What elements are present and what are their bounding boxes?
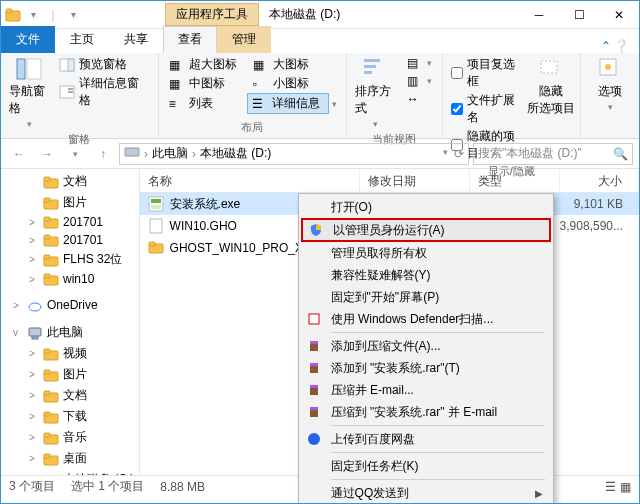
tree-item[interactable]: v此电脑 <box>1 322 139 343</box>
menu-item[interactable]: 固定到"开始"屏幕(P) <box>301 286 551 308</box>
tree-item[interactable]: >桌面 <box>1 448 139 469</box>
tree-item[interactable]: >图片 <box>1 364 139 385</box>
options-button[interactable]: 选项▾ <box>587 55 633 114</box>
tree-item[interactable]: >文档 <box>1 385 139 406</box>
tree-item[interactable]: >201701 <box>1 231 139 249</box>
tree-twisty-icon[interactable]: > <box>29 274 39 285</box>
menu-item[interactable]: 压缩并 E-mail... <box>301 379 551 401</box>
tree-twisty-icon[interactable]: > <box>29 474 39 475</box>
ribbon-group-panes: 导航窗格 ▾ 预览窗格 详细信息窗格 窗格 <box>1 53 159 138</box>
tree-twisty-icon[interactable]: > <box>29 390 39 401</box>
tree-twisty-icon[interactable]: > <box>29 369 39 380</box>
item-checkboxes-toggle[interactable]: 项目复选框 <box>449 55 524 91</box>
menu-item[interactable]: 添加到压缩文件(A)... <box>301 335 551 357</box>
lg-icons-label: 大图标 <box>273 56 309 73</box>
column-headers[interactable]: 名称 修改日期 类型 大小 <box>140 169 639 193</box>
preview-pane-button[interactable]: 预览窗格 <box>55 55 151 74</box>
view-thumbnails-icon[interactable]: ▦ <box>620 480 631 494</box>
hide-selected-button[interactable]: 隐藏 所选项目 <box>528 55 574 119</box>
tree-item[interactable]: >201701 <box>1 213 139 231</box>
tree-item[interactable]: 图片 <box>1 192 139 213</box>
menu-item[interactable]: 使用 Windows Defender扫描... <box>301 308 551 330</box>
tree-item[interactable]: >下载 <box>1 406 139 427</box>
context-tab[interactable]: 应用程序工具 <box>165 3 259 26</box>
layout-list[interactable]: ≡列表 <box>165 94 247 113</box>
menu-item[interactable]: 管理员取得所有权 <box>301 242 551 264</box>
qat-dropdown-icon[interactable]: ▾ <box>25 7 41 23</box>
tree-twisty-icon[interactable]: > <box>29 411 39 422</box>
up-button[interactable]: ↑ <box>91 142 115 166</box>
lg-icons-icon: ▦ <box>253 58 269 72</box>
tree-item[interactable]: 文档 <box>1 171 139 192</box>
forward-button[interactable]: → <box>35 142 59 166</box>
tree-item[interactable]: >本地磁盘 (C:) <box>1 469 139 475</box>
menu-item[interactable]: 打开(O) <box>301 196 551 218</box>
addr-dropdown-icon[interactable]: ▾ <box>443 147 448 161</box>
tree-twisty-icon[interactable]: > <box>29 217 39 228</box>
tree-twisty-icon[interactable]: > <box>29 254 39 265</box>
tree-twisty-icon[interactable]: v <box>13 327 23 338</box>
tab-manage[interactable]: 管理 <box>217 26 271 53</box>
tree-item[interactable]: >OneDrive <box>1 296 139 314</box>
menu-item[interactable]: 上传到百度网盘 <box>301 428 551 450</box>
svg-rect-38 <box>44 412 50 416</box>
col-size[interactable]: 大小 <box>560 169 639 192</box>
col-type[interactable]: 类型 <box>470 169 560 192</box>
file-ext-checkbox[interactable] <box>451 103 463 115</box>
tree-item[interactable]: >win10 <box>1 270 139 288</box>
view-opt-2[interactable]: ▥▾ <box>403 73 436 89</box>
breadcrumb-sep[interactable]: › <box>144 147 148 161</box>
tree-item[interactable]: >FLHS 32位 <box>1 249 139 270</box>
menu-item[interactable]: 固定到任务栏(K) <box>301 455 551 477</box>
layout-sm-icons[interactable]: ▫小图标 <box>249 74 333 93</box>
layout-details[interactable]: ☰详细信息 <box>247 93 329 114</box>
maximize-button[interactable]: ☐ <box>559 2 599 28</box>
tree-item[interactable]: >音乐 <box>1 427 139 448</box>
view-details-icon[interactable]: ☰ <box>605 480 616 494</box>
breadcrumb-sep[interactable]: › <box>192 147 196 161</box>
breadcrumb-this-pc[interactable]: 此电脑 <box>152 145 188 162</box>
menu-item[interactable]: 添加到 "安装系统.rar"(T) <box>301 357 551 379</box>
address-field[interactable]: › 此电脑 › 本地磁盘 (D:) ▾ ⟳ <box>119 143 469 165</box>
tab-file[interactable]: 文件 <box>1 26 55 53</box>
col-name[interactable]: 名称 <box>140 169 360 192</box>
view-opt-1[interactable]: ▤▾ <box>403 55 436 71</box>
breadcrumb-drive[interactable]: 本地磁盘 (D:) <box>200 145 271 162</box>
nav-tree[interactable]: 文档图片>201701>201701>FLHS 32位>win10>OneDri… <box>1 169 140 475</box>
help-button[interactable]: ⌃ ❔ <box>591 39 639 53</box>
rar-icon <box>305 360 323 376</box>
layout-md-icons[interactable]: ▦中图标 <box>165 74 249 93</box>
tree-item[interactable]: >视频 <box>1 343 139 364</box>
history-dropdown[interactable]: ▾ <box>63 142 87 166</box>
refresh-icon[interactable]: ⟳ <box>454 147 464 161</box>
qat-customize-icon[interactable]: ▾ <box>65 7 81 23</box>
tree-twisty-icon[interactable]: > <box>29 348 39 359</box>
layout-lg-icons[interactable]: ▦大图标 <box>249 55 333 74</box>
tree-twisty-icon[interactable]: > <box>29 235 39 246</box>
menu-item[interactable]: 压缩到 "安装系统.rar" 并 E-mail <box>301 401 551 423</box>
layout-xl-icons[interactable]: ▦超大图标 <box>165 55 249 74</box>
details-pane-button[interactable]: 详细信息窗格 <box>55 74 151 110</box>
back-button[interactable]: ← <box>7 142 31 166</box>
item-checkboxes-checkbox[interactable] <box>451 67 463 79</box>
tab-home[interactable]: 主页 <box>55 26 109 53</box>
menu-item[interactable]: 通过QQ发送到▶ <box>301 482 551 504</box>
view-opt-3[interactable]: ↔ <box>403 91 436 107</box>
file-ext-toggle[interactable]: 文件扩展名 <box>449 91 524 127</box>
tree-twisty-icon[interactable]: > <box>13 300 23 311</box>
menu-item[interactable]: 兼容性疑难解答(Y) <box>301 264 551 286</box>
sort-by-button[interactable]: 排序方式▾ <box>353 55 399 131</box>
minimize-button[interactable]: ─ <box>519 2 559 28</box>
close-button[interactable]: ✕ <box>599 2 639 28</box>
layout-more-icon[interactable]: ▾ <box>329 99 340 109</box>
col-date[interactable]: 修改日期 <box>360 169 470 192</box>
menu-item[interactable]: 以管理员身份运行(A) <box>301 218 551 242</box>
menu-item-label: 通过QQ发送到 <box>331 485 527 502</box>
tree-twisty-icon[interactable]: > <box>29 432 39 443</box>
search-box[interactable]: 搜索"本地磁盘 (D:)" 🔍 <box>473 143 633 165</box>
tab-view[interactable]: 查看 <box>163 26 217 53</box>
sm-icons-label: 小图标 <box>273 75 309 92</box>
tab-share[interactable]: 共享 <box>109 26 163 53</box>
tree-twisty-icon[interactable]: > <box>29 453 39 464</box>
nav-pane-button[interactable]: 导航窗格 ▾ <box>7 55 51 131</box>
